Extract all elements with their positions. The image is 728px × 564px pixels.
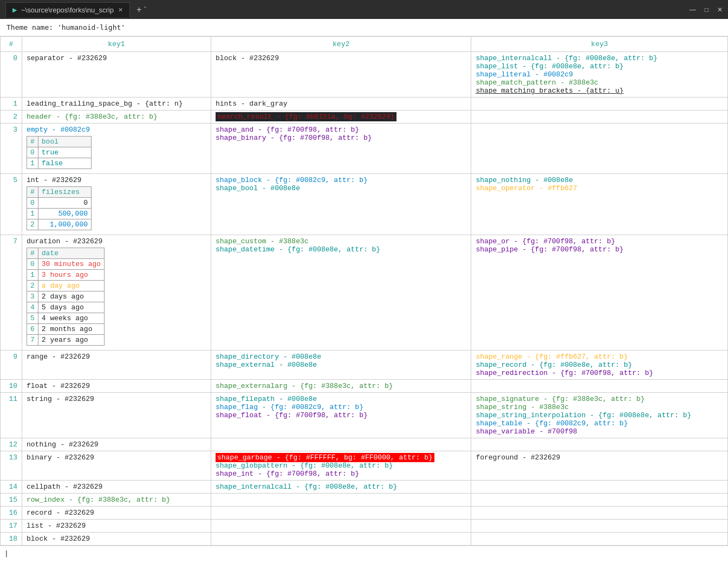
row-index: 0 bbox=[1, 52, 22, 98]
row-key3: shape_range - {fg: #ffb627, attr: b} sha… bbox=[471, 351, 728, 380]
row-key3 bbox=[471, 380, 728, 393]
table-row: 0 separator - #232629 block - #232629 sh… bbox=[1, 52, 728, 98]
nested-cell: a day ago bbox=[38, 281, 104, 291]
row-key1: empty - #0082c9 #bool 0true 1false bbox=[22, 124, 211, 174]
col2-header: key2 bbox=[211, 37, 471, 52]
active-tab[interactable]: ▶ ~\source\repos\forks\nu_scrip ✕ bbox=[5, 2, 130, 17]
nested-col-hash: # bbox=[27, 248, 38, 259]
row-index: 10 bbox=[1, 380, 22, 393]
new-tab-button[interactable]: + bbox=[136, 5, 141, 15]
table-row: 16 record - #232629 bbox=[1, 507, 728, 520]
row-key1: int - #232629 #filesizes 00 1500,000 21,… bbox=[22, 174, 211, 235]
data-table: # key1 key2 key3 0 separator - #232629 b… bbox=[0, 36, 728, 546]
tab-dropdown-button[interactable]: ˅ bbox=[144, 6, 147, 14]
table-row: 18 block - #232629 bbox=[1, 533, 728, 546]
nested-row-index: 4 bbox=[27, 302, 38, 313]
nested-cell: 0 bbox=[38, 198, 91, 209]
row-key2: search_result - {fg: #b0151a, bg: #23262… bbox=[211, 111, 471, 124]
cursor-line: | bbox=[0, 546, 728, 561]
row-key3: shape_nothing - #008e8e shape_operator -… bbox=[471, 174, 728, 235]
row-key2: shape_internalcall - {fg: #008e8e, attr:… bbox=[211, 481, 471, 494]
row-key1: duration - #232629 #date 030 minutes ago… bbox=[22, 235, 211, 351]
nested-col-date: date bbox=[38, 248, 104, 259]
nested-cell: 30 minutes ago bbox=[38, 259, 104, 270]
tab-close-button[interactable]: ✕ bbox=[118, 7, 123, 14]
theme-header: Theme name: 'humanoid-light' bbox=[0, 19, 728, 36]
restore-button[interactable]: □ bbox=[705, 6, 708, 14]
row-key3 bbox=[471, 124, 728, 174]
row-key2 bbox=[211, 494, 471, 507]
row-index: 7 bbox=[1, 235, 22, 351]
nested-row-index: 0 bbox=[27, 198, 38, 209]
nested-date-table: #date 030 minutes ago 13 hours ago 2a da… bbox=[27, 248, 105, 346]
nested-row-index: 0 bbox=[27, 259, 38, 270]
row-index: 14 bbox=[1, 481, 22, 494]
nested-col-hash: # bbox=[27, 187, 38, 198]
row-index: 1 bbox=[1, 98, 22, 111]
nested-cell: 3 hours ago bbox=[38, 270, 104, 281]
row-key1: string - #232629 bbox=[22, 393, 211, 438]
table-row: 7 duration - #232629 #date 030 minutes a… bbox=[1, 235, 728, 351]
row-index: 2 bbox=[1, 111, 22, 124]
row-key1: row_index - {fg: #388e3c, attr: b} bbox=[22, 494, 211, 507]
row-key3 bbox=[471, 520, 728, 533]
table-row: 13 binary - #232629 shape_garbage - {fg:… bbox=[1, 451, 728, 481]
nested-col-hash: # bbox=[27, 137, 38, 147]
row-index: 3 bbox=[1, 124, 22, 174]
nested-cell: 1,000,000 bbox=[38, 219, 91, 230]
nested-cell: 4 weeks ago bbox=[38, 313, 104, 324]
nested-col-bool: bool bbox=[38, 137, 91, 147]
table-row: 9 range - #232629 shape_directory - #008… bbox=[1, 351, 728, 380]
nested-cell: true bbox=[38, 147, 91, 158]
shape-garbage-highlight: shape_garbage - {fg: #FFFFFF, bg: #FF000… bbox=[216, 453, 434, 462]
nested-cell: 5 days ago bbox=[38, 302, 104, 313]
row-key1: separator - #232629 bbox=[22, 52, 211, 98]
minimize-button[interactable]: — bbox=[690, 6, 696, 14]
row-key1: float - #232629 bbox=[22, 380, 211, 393]
row-key3: shape_signature - {fg: #388e3c, attr: b}… bbox=[471, 393, 728, 438]
row-index: 9 bbox=[1, 351, 22, 380]
row-key2: shape_externalarg - {fg: #388e3c, attr: … bbox=[211, 380, 471, 393]
close-window-button[interactable]: ✕ bbox=[717, 6, 723, 14]
row-key1: header - {fg: #388e3c, attr: b} bbox=[22, 111, 211, 124]
row-key2: shape_and - {fg: #700f98, attr: b} shape… bbox=[211, 124, 471, 174]
row-key1: nothing - #232629 bbox=[22, 438, 211, 451]
search-result-highlight: search_result - {fg: #b0151a, bg: #23262… bbox=[216, 112, 396, 121]
nested-cell: 2 days ago bbox=[38, 291, 104, 302]
window-controls: — □ ✕ bbox=[690, 6, 723, 14]
row-key1: list - #232629 bbox=[22, 520, 211, 533]
row-key3 bbox=[471, 438, 728, 451]
col1-header: key1 bbox=[22, 37, 211, 52]
row-index: 11 bbox=[1, 393, 22, 438]
table-row: 3 empty - #0082c9 #bool 0true 1false sha… bbox=[1, 124, 728, 174]
row-index: 17 bbox=[1, 520, 22, 533]
row-key2: block - #232629 bbox=[211, 52, 471, 98]
row-key1: block - #232629 bbox=[22, 533, 211, 546]
row-key2: shape_custom - #388e3c shape_datetime - … bbox=[211, 235, 471, 351]
row-key3 bbox=[471, 494, 728, 507]
main-content[interactable]: # key1 key2 key3 0 separator - #232629 b… bbox=[0, 36, 728, 564]
row-key1: cellpath - #232629 bbox=[22, 481, 211, 494]
table-row: 15 row_index - {fg: #388e3c, attr: b} bbox=[1, 494, 728, 507]
row-key3: shape_internalcall - {fg: #008e8e, attr:… bbox=[471, 52, 728, 98]
row-key3: shape_or - {fg: #700f98, attr: b} shape_… bbox=[471, 235, 728, 351]
nested-row-index: 7 bbox=[27, 335, 38, 346]
row-key1: range - #232629 bbox=[22, 351, 211, 380]
row-key2: shape_filepath - #008e8e shape_flag - {f… bbox=[211, 393, 471, 438]
table-row: 10 float - #232629 shape_externalarg - {… bbox=[1, 380, 728, 393]
row-key2 bbox=[211, 438, 471, 451]
row-key2: hints - dark_gray bbox=[211, 98, 471, 111]
row-index: 15 bbox=[1, 494, 22, 507]
row-key2 bbox=[211, 507, 471, 520]
nested-row-index: 6 bbox=[27, 324, 38, 335]
nested-cell: false bbox=[38, 158, 91, 169]
row-key2: shape_garbage - {fg: #FFFFFF, bg: #FF000… bbox=[211, 451, 471, 481]
row-key1: binary - #232629 bbox=[22, 451, 211, 481]
nested-row-index: 1 bbox=[27, 158, 38, 169]
nested-bool-table: #bool 0true 1false bbox=[27, 136, 92, 169]
row-index: 13 bbox=[1, 451, 22, 481]
nested-row-index: 2 bbox=[27, 281, 38, 291]
nested-row-index: 1 bbox=[27, 209, 38, 219]
row-key3 bbox=[471, 98, 728, 111]
nested-row-index: 2 bbox=[27, 219, 38, 230]
